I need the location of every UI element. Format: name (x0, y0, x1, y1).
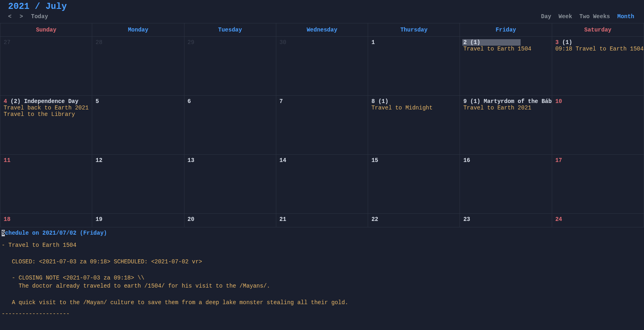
view-week[interactable]: Week (559, 13, 572, 20)
weekday-header: Wednesday (276, 23, 368, 37)
day-cell[interactable]: 1 (368, 37, 460, 96)
day-count: (1) (559, 39, 572, 46)
detail-body: - Travel to Earth 1504 CLOSED: <2021-07-… (2, 241, 642, 307)
day-header-line: 23 (463, 216, 548, 223)
weekday-header: Friday (460, 23, 552, 37)
day-count: (2) (7, 98, 21, 105)
day-holiday: Martyrdom of the Báb (480, 98, 551, 105)
day-header-line: 16 (463, 157, 548, 164)
day-cell[interactable]: 22 (368, 214, 460, 227)
day-cell[interactable]: 29 (184, 37, 276, 96)
day-cell[interactable]: 12 (92, 155, 184, 214)
day-header-line: 11 (4, 157, 89, 164)
day-number: 8 (371, 98, 375, 105)
day-number: 27 (4, 39, 11, 46)
day-number: 22 (371, 216, 378, 223)
day-header-line: 18 (4, 216, 89, 223)
day-cell[interactable]: 17 (552, 155, 644, 214)
day-header-line: 2 (1) (462, 39, 521, 46)
day-number: 7 (280, 98, 283, 105)
day-header-line: 30 (280, 39, 364, 46)
day-number: 19 (95, 216, 102, 223)
day-cell[interactable]: 28 (92, 37, 184, 96)
weekday-header: Saturday (552, 23, 644, 37)
day-number: 1 (371, 39, 375, 46)
day-cell[interactable]: 15 (368, 155, 460, 214)
weekday-header: Tuesday (184, 23, 276, 37)
day-number: 17 (555, 157, 562, 164)
day-count: (1) (375, 98, 389, 105)
day-cell[interactable]: 4 (2) Independence DayTravel back to Ear… (0, 96, 92, 155)
day-cell[interactable]: 21 (276, 214, 368, 227)
today-button[interactable]: Today (31, 13, 48, 20)
view-two-weeks[interactable]: Two Weeks (579, 13, 610, 20)
day-count: (1) (467, 98, 481, 105)
day-number: 2 (463, 39, 466, 46)
day-header-line: 17 (555, 157, 640, 164)
day-header-line: 22 (371, 216, 456, 223)
event-item[interactable]: Travel to the Library (4, 111, 89, 118)
day-cell[interactable]: 23 (460, 214, 552, 227)
day-header-line: 10 (555, 98, 640, 105)
day-cell[interactable]: 11 (0, 155, 92, 214)
day-header-line: 6 (188, 98, 273, 105)
day-number: 18 (4, 216, 11, 223)
day-cell[interactable]: 18 (0, 214, 92, 227)
day-number: 14 (280, 157, 286, 164)
event-item[interactable]: Travel to Earth 1504 (463, 46, 548, 52)
event-item[interactable]: Travel to Midnight (371, 105, 456, 111)
day-number: 29 (188, 39, 195, 46)
day-header-line: 19 (95, 216, 180, 223)
day-header-line: 7 (280, 98, 364, 105)
day-header-line: 8 (1) (371, 98, 456, 105)
day-count: (1) (467, 39, 481, 46)
next-button[interactable]: > (19, 13, 23, 20)
day-header-line: 12 (95, 157, 180, 164)
day-cell[interactable]: 16 (460, 155, 552, 214)
day-cell[interactable]: 30 (276, 37, 368, 96)
weekday-header: Thursday (368, 23, 460, 37)
day-number: 20 (188, 216, 195, 223)
day-header-line: 24 (555, 216, 640, 223)
day-number: 13 (188, 157, 195, 164)
day-number: 5 (95, 98, 99, 105)
day-cell[interactable]: 27 (0, 37, 92, 96)
day-header-line: 5 (95, 98, 180, 105)
view-day[interactable]: Day (541, 13, 551, 20)
day-cell[interactable]: 2 (1)Travel to Earth 1504 (460, 37, 552, 96)
detail-title-text: chedule on 2021/07/02 (Friday) (5, 230, 107, 236)
day-number: 21 (280, 216, 286, 223)
day-cell[interactable]: 20 (184, 214, 276, 227)
day-number: 30 (280, 39, 286, 46)
day-cell[interactable]: 8 (1)Travel to Midnight (368, 96, 460, 155)
detail-hr: -------------------- (2, 311, 642, 317)
day-cell[interactable]: 9 (1) Martyrdom of the BábTravel to Eart… (460, 96, 552, 155)
day-header-line: 21 (280, 216, 364, 223)
day-number: 24 (555, 216, 562, 223)
day-cell[interactable]: 6 (184, 96, 276, 155)
day-number: 6 (188, 98, 191, 105)
day-header-line: 29 (188, 39, 273, 46)
day-cell[interactable]: 5 (92, 96, 184, 155)
day-number: 16 (463, 157, 470, 164)
event-item[interactable]: Travel back to Earth 2021 (4, 105, 89, 111)
day-cell[interactable]: 14 (276, 155, 368, 214)
day-header-line: 1 (371, 39, 456, 46)
day-cell[interactable]: 13 (184, 155, 276, 214)
day-cell[interactable]: 19 (92, 214, 184, 227)
day-number: 3 (555, 39, 559, 46)
day-cell[interactable]: 10 (552, 96, 644, 155)
event-item[interactable]: 09:18 Travel to Earth 1504 (555, 46, 640, 52)
day-header-line: 27 (4, 39, 89, 46)
event-item[interactable]: Travel to Earth 2021 (463, 105, 548, 111)
day-header-line: 9 (1) Martyrdom of the Báb (463, 98, 548, 105)
prev-button[interactable]: < (8, 13, 11, 20)
day-header-line: 15 (371, 157, 456, 164)
view-month[interactable]: Month (617, 13, 634, 20)
day-cell[interactable]: 3 (1)09:18 Travel to Earth 1504 (552, 37, 644, 96)
day-cell[interactable]: 24 (552, 214, 644, 227)
day-holiday: Independence Day (21, 98, 78, 105)
weekday-header: Sunday (0, 23, 92, 37)
day-cell[interactable]: 7 (276, 96, 368, 155)
day-number: 15 (371, 157, 378, 164)
